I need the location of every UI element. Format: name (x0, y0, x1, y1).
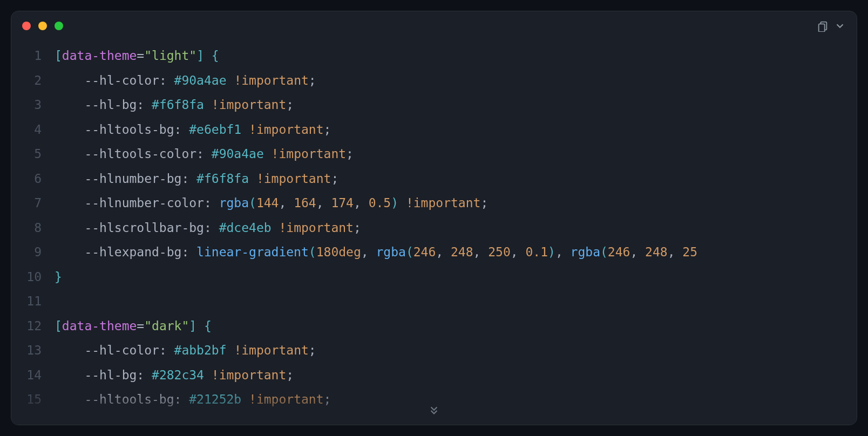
code-area[interactable]: 1[data-theme="light"] {2 --hl-color: #90… (11, 40, 857, 425)
code-content: --hlexpand-bg: linear-gradient(180deg, r… (55, 240, 857, 265)
svg-rect-1 (819, 24, 825, 32)
line-number: 6 (11, 167, 55, 192)
code-content: --hl-color: #90a4ae !important; (55, 69, 857, 93)
code-line: 11 (11, 289, 857, 314)
line-number: 4 (11, 118, 55, 142)
code-content: --hltools-bg: #e6ebf1 !important; (55, 118, 857, 142)
code-line: 1[data-theme="light"] { (11, 44, 857, 69)
code-content: --hltools-color: #90a4ae !important; (55, 142, 857, 167)
line-number: 2 (11, 69, 55, 93)
zoom-icon[interactable] (55, 22, 63, 30)
line-number: 15 (11, 387, 55, 412)
line-number: 7 (11, 191, 55, 216)
line-number: 11 (11, 289, 55, 314)
minimize-icon[interactable] (38, 22, 47, 30)
line-number: 3 (11, 93, 55, 118)
line-number: 9 (11, 240, 55, 265)
code-content: --hl-bg: #f6f8fa !important; (55, 93, 857, 118)
code-content: --hl-color: #abb2bf !important; (55, 338, 857, 363)
copy-button[interactable] (817, 20, 829, 32)
code-content (55, 289, 857, 314)
line-number: 10 (11, 265, 55, 290)
code-content: --hlscrollbar-bg: #dce4eb !important; (55, 216, 857, 241)
code-line: 13 --hl-color: #abb2bf !important; (11, 338, 857, 363)
code-line: 2 --hl-color: #90a4ae !important; (11, 69, 857, 93)
code-content: } (55, 265, 857, 290)
line-number: 12 (11, 314, 55, 339)
window-controls (22, 22, 63, 30)
toolbar (817, 20, 846, 32)
code-line: 3 --hl-bg: #f6f8fa !important; (11, 93, 857, 118)
code-line: 6 --hlnumber-bg: #f6f8fa !important; (11, 167, 857, 192)
code-line: 7 --hlnumber-color: rgba(144, 164, 174, … (11, 191, 857, 216)
close-icon[interactable] (22, 22, 31, 30)
code-content: [data-theme="light"] { (55, 44, 857, 69)
line-number: 8 (11, 216, 55, 241)
code-content: --hlnumber-color: rgba(144, 164, 174, 0.… (55, 191, 857, 216)
code-content: --hl-bg: #282c34 !important; (55, 363, 857, 388)
titlebar (11, 11, 857, 40)
code-line: 8 --hlscrollbar-bg: #dce4eb !important; (11, 216, 857, 241)
code-line: 4 --hltools-bg: #e6ebf1 !important; (11, 118, 857, 142)
double-chevron-down-icon (427, 403, 441, 417)
line-number: 5 (11, 142, 55, 167)
code-content: --hlnumber-bg: #f6f8fa !important; (55, 167, 857, 192)
code-line: 5 --hltools-color: #90a4ae !important; (11, 142, 857, 167)
code-line: 10} (11, 265, 857, 290)
code-content: [data-theme="dark"] { (55, 314, 857, 339)
code-window: 1[data-theme="light"] {2 --hl-color: #90… (11, 11, 857, 425)
line-number: 1 (11, 44, 55, 69)
expand-code-button[interactable] (427, 403, 441, 425)
code-content: --hltools-bg: #21252b !important; (55, 387, 857, 412)
code-line: 14 --hl-bg: #282c34 !important; (11, 363, 857, 388)
line-number: 14 (11, 363, 55, 388)
chevron-down-icon (834, 20, 846, 32)
line-number: 13 (11, 338, 55, 363)
code-line: 12[data-theme="dark"] { (11, 314, 857, 339)
expand-button[interactable] (834, 20, 846, 32)
clipboard-icon (817, 20, 829, 32)
code-line: 9 --hlexpand-bg: linear-gradient(180deg,… (11, 240, 857, 265)
